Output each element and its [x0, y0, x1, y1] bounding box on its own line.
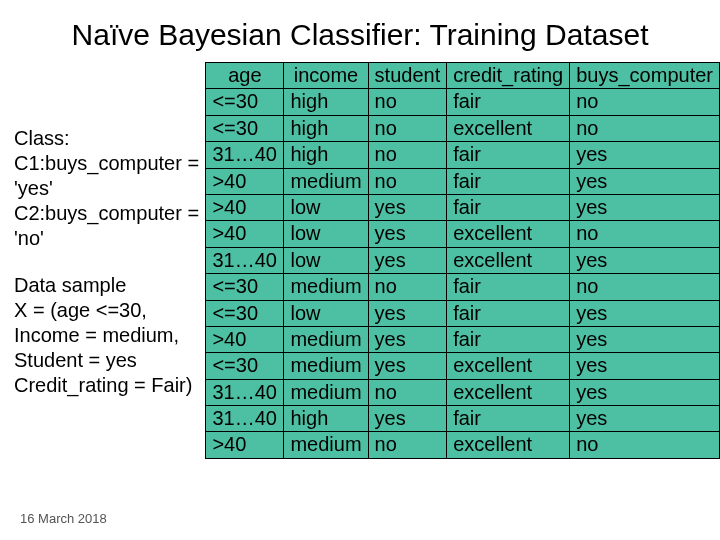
cell-student: yes	[368, 247, 447, 273]
cell-student: yes	[368, 326, 447, 352]
cell-age: 31…40	[206, 406, 284, 432]
cell-student: no	[368, 89, 447, 115]
cell-buys: yes	[570, 168, 720, 194]
cell-credit: excellent	[447, 353, 570, 379]
cell-age: <=30	[206, 115, 284, 141]
cell-student: yes	[368, 221, 447, 247]
cell-buys: no	[570, 274, 720, 300]
cell-buys: no	[570, 432, 720, 458]
table-row: <=30highnoexcellentno	[206, 115, 720, 141]
cell-income: high	[284, 406, 368, 432]
cell-student: no	[368, 274, 447, 300]
cell-credit: fair	[447, 142, 570, 168]
th-age: age	[206, 63, 284, 89]
cell-income: low	[284, 247, 368, 273]
table-row: >40mediumnoexcellentno	[206, 432, 720, 458]
cell-age: <=30	[206, 300, 284, 326]
cell-student: no	[368, 142, 447, 168]
cell-credit: excellent	[447, 432, 570, 458]
cell-income: low	[284, 194, 368, 220]
training-table: age income student credit_rating buys_co…	[205, 62, 720, 459]
sample-l1: X = (age <=30,	[14, 298, 205, 323]
cell-student: no	[368, 115, 447, 141]
table-row: >40mediumyesfairyes	[206, 326, 720, 352]
cell-income: high	[284, 142, 368, 168]
cell-age: 31…40	[206, 379, 284, 405]
cell-student: no	[368, 432, 447, 458]
cell-credit: excellent	[447, 247, 570, 273]
class-heading: Class:	[14, 126, 205, 151]
cell-credit: fair	[447, 300, 570, 326]
left-text: Class: C1:buys_computer = 'yes' C2:buys_…	[14, 60, 205, 459]
table-row: 31…40mediumnoexcellentyes	[206, 379, 720, 405]
cell-age: 31…40	[206, 142, 284, 168]
cell-credit: excellent	[447, 379, 570, 405]
sample-l3: Student = yes	[14, 348, 205, 373]
cell-buys: yes	[570, 353, 720, 379]
cell-student: no	[368, 168, 447, 194]
cell-buys: yes	[570, 326, 720, 352]
table-row: <=30lowyesfairyes	[206, 300, 720, 326]
cell-credit: fair	[447, 168, 570, 194]
cell-age: <=30	[206, 353, 284, 379]
cell-credit: fair	[447, 406, 570, 432]
table-body: <=30highnofairno<=30highnoexcellentno31……	[206, 89, 720, 458]
sample-block: Data sample X = (age <=30, Income = medi…	[14, 273, 205, 398]
cell-income: medium	[284, 379, 368, 405]
sample-heading: Data sample	[14, 273, 205, 298]
cell-age: >40	[206, 168, 284, 194]
table-wrap: age income student credit_rating buys_co…	[205, 60, 720, 459]
table-row: 31…40lowyesexcellentyes	[206, 247, 720, 273]
cell-credit: fair	[447, 326, 570, 352]
cell-age: >40	[206, 194, 284, 220]
cell-age: <=30	[206, 274, 284, 300]
cell-income: medium	[284, 168, 368, 194]
cell-income: medium	[284, 353, 368, 379]
class-c2: C2:buys_computer = 'no'	[14, 201, 205, 251]
slide-content: Class: C1:buys_computer = 'yes' C2:buys_…	[0, 60, 720, 459]
table-row: >40mediumnofairyes	[206, 168, 720, 194]
cell-student: no	[368, 379, 447, 405]
cell-buys: yes	[570, 194, 720, 220]
cell-age: <=30	[206, 89, 284, 115]
sample-l4: Credit_rating = Fair)	[14, 373, 205, 398]
cell-buys: yes	[570, 406, 720, 432]
table-row: <=30highnofairno	[206, 89, 720, 115]
cell-age: 31…40	[206, 247, 284, 273]
slide-title: Naïve Bayesian Classifier: Training Data…	[0, 0, 720, 60]
cell-age: >40	[206, 326, 284, 352]
th-student: student	[368, 63, 447, 89]
cell-income: low	[284, 300, 368, 326]
cell-student: yes	[368, 194, 447, 220]
th-income: income	[284, 63, 368, 89]
cell-income: high	[284, 115, 368, 141]
cell-student: yes	[368, 406, 447, 432]
cell-age: >40	[206, 432, 284, 458]
cell-age: >40	[206, 221, 284, 247]
cell-credit: fair	[447, 194, 570, 220]
cell-income: high	[284, 89, 368, 115]
footer-date: 16 March 2018	[20, 511, 107, 526]
class-c1: C1:buys_computer = 'yes'	[14, 151, 205, 201]
table-row: >40lowyesexcellentno	[206, 221, 720, 247]
table-row: <=30mediumnofairno	[206, 274, 720, 300]
cell-buys: no	[570, 115, 720, 141]
sample-l2: Income = medium,	[14, 323, 205, 348]
table-row: >40lowyesfairyes	[206, 194, 720, 220]
cell-buys: no	[570, 89, 720, 115]
cell-student: yes	[368, 300, 447, 326]
cell-credit: excellent	[447, 115, 570, 141]
cell-buys: yes	[570, 247, 720, 273]
cell-credit: excellent	[447, 221, 570, 247]
cell-buys: yes	[570, 300, 720, 326]
table-row: <=30mediumyesexcellentyes	[206, 353, 720, 379]
cell-buys: yes	[570, 379, 720, 405]
cell-buys: no	[570, 221, 720, 247]
th-buys: buys_computer	[570, 63, 720, 89]
cell-income: medium	[284, 274, 368, 300]
cell-income: medium	[284, 432, 368, 458]
cell-credit: fair	[447, 89, 570, 115]
cell-income: medium	[284, 326, 368, 352]
table-row: 31…40highyesfairyes	[206, 406, 720, 432]
cell-income: low	[284, 221, 368, 247]
